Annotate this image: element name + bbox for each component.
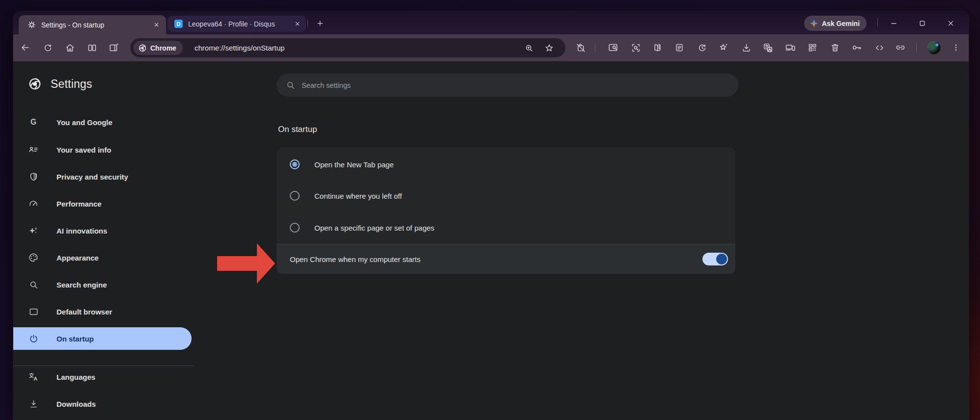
- password-key-icon[interactable]: [851, 42, 863, 53]
- extension-off-icon[interactable]: [575, 42, 587, 53]
- toggle-switch-on[interactable]: [702, 253, 728, 265]
- tab-search-icon[interactable]: [607, 42, 619, 53]
- browser-window-icon: [28, 306, 39, 317]
- sidebar-item-on-startup[interactable]: On startup: [13, 327, 192, 350]
- chip-label: Chrome: [150, 44, 176, 52]
- home-icon[interactable]: [64, 42, 76, 53]
- toolbar-separator: [916, 43, 917, 52]
- close-icon[interactable]: [944, 16, 957, 30]
- new-tab-button[interactable]: [313, 17, 326, 29]
- radio-option-specific-pages[interactable]: Open a specific page or set of pages: [277, 214, 735, 241]
- tab-disqus[interactable]: D Leopeva64 · Profile · Disqus: [168, 16, 306, 32]
- reload-icon[interactable]: [42, 42, 54, 53]
- sidebar-item-downloads[interactable]: Downloads: [13, 393, 192, 415]
- sidebar-item-performance[interactable]: Performance: [13, 192, 192, 215]
- code-brackets-icon[interactable]: [873, 42, 885, 53]
- chrome-logo-icon: [138, 44, 147, 52]
- split-view-icon[interactable]: [86, 42, 98, 53]
- search-icon: [286, 80, 295, 90]
- reading-list-icon[interactable]: [673, 42, 685, 53]
- speedometer-icon: [28, 198, 39, 209]
- radio-unselected-icon[interactable]: [290, 191, 300, 201]
- settings-page: Settings G You and Google Your saved inf…: [13, 61, 969, 420]
- ask-gemini-button[interactable]: Ask Gemini: [804, 16, 867, 31]
- sidebar-item-you-and-google[interactable]: G You and Google: [13, 111, 192, 133]
- controls-separator: [877, 18, 878, 26]
- bookmark-sparkle-icon[interactable]: [718, 42, 729, 53]
- history-clock-icon[interactable]: [696, 42, 708, 53]
- sidebar-item-privacy-and-security[interactable]: Privacy and security: [13, 165, 192, 188]
- download-tray-icon[interactable]: [740, 42, 752, 53]
- delete-trash-icon[interactable]: [829, 42, 841, 53]
- close-icon[interactable]: [292, 19, 302, 29]
- download-icon: [28, 398, 39, 409]
- minimize-icon[interactable]: [887, 16, 900, 30]
- ask-gemini-label: Ask Gemini: [822, 20, 860, 27]
- devices-icon[interactable]: [784, 42, 796, 53]
- url-text: chrome://settings/onStartup: [195, 38, 284, 57]
- magnifier-icon: [28, 279, 39, 290]
- sparkles-icon: [28, 225, 39, 236]
- qr-code-icon[interactable]: [807, 42, 818, 53]
- svg-text:G: G: [30, 118, 36, 126]
- shield-icon: [28, 171, 39, 182]
- lens-camera-icon[interactable]: [630, 42, 642, 53]
- chrome-logo-icon: [28, 77, 42, 91]
- sidebar-item-appearance[interactable]: Appearance: [13, 246, 192, 269]
- maximize-icon[interactable]: [915, 16, 929, 30]
- power-icon: [28, 333, 39, 344]
- three-dot-menu-icon[interactable]: [950, 42, 962, 53]
- translate-icon[interactable]: [762, 42, 774, 53]
- star-icon[interactable]: [543, 42, 555, 54]
- google-g-icon: G: [28, 117, 39, 128]
- tab-settings[interactable]: Settings - On startup: [19, 15, 166, 34]
- avatar[interactable]: [927, 41, 941, 54]
- tab-title: Leopeva64 · Profile · Disqus: [188, 20, 292, 28]
- search-input[interactable]: [302, 81, 714, 89]
- annotation-arrow-head: [257, 243, 275, 284]
- radio-selected-icon[interactable]: [290, 159, 300, 169]
- sidebar-item-default-browser[interactable]: Default browser: [13, 300, 192, 323]
- sidebar-item-ai-innovations[interactable]: AI innovations: [13, 219, 192, 242]
- tab-separator: [308, 19, 308, 26]
- browser-toolbar: Chrome chrome://settings/onStartup: [13, 34, 969, 61]
- sidebar-item-languages[interactable]: Languages: [13, 366, 192, 388]
- link-chain-icon[interactable]: [895, 42, 906, 53]
- sidebar-item-search-engine[interactable]: Search engine: [13, 273, 192, 296]
- chrome-chip[interactable]: Chrome: [134, 41, 183, 55]
- browser-window: Settings - On startup D Leopeva64 · Prof…: [13, 11, 969, 420]
- reader-book-icon[interactable]: [651, 42, 663, 53]
- settings-search-bar[interactable]: [277, 74, 738, 97]
- radio-unselected-icon[interactable]: [290, 223, 300, 233]
- annotation-arrow: [217, 256, 257, 271]
- address-bar[interactable]: Chrome chrome://settings/onStartup: [130, 38, 565, 57]
- back-arrow-icon[interactable]: [19, 42, 31, 53]
- palette-icon: [28, 252, 39, 263]
- section-title: On startup: [278, 125, 317, 134]
- toolbar-separator: [595, 43, 595, 52]
- zoom-in-icon[interactable]: [523, 42, 535, 54]
- sidebar-item-your-saved-info[interactable]: Your saved info: [13, 138, 192, 161]
- close-icon[interactable]: [151, 20, 161, 30]
- settings-header: Settings: [28, 77, 92, 91]
- person-card-icon: [28, 144, 39, 155]
- gemini-sparkle-icon: [810, 20, 818, 27]
- gear-icon: [28, 21, 36, 29]
- toggle-knob: [716, 254, 727, 264]
- on-startup-card: Open the New Tab page Continue where you…: [277, 147, 735, 274]
- tab-title: Settings - On startup: [41, 21, 151, 29]
- radio-option-new-tab-page[interactable]: Open the New Tab page: [277, 151, 735, 178]
- open-chrome-on-startup-row[interactable]: Open Chrome when my computer starts: [277, 244, 735, 274]
- disqus-icon: D: [174, 20, 183, 28]
- translate-a-icon: [28, 371, 39, 382]
- page-title: Settings: [51, 78, 92, 91]
- side-panel-sparkle-icon[interactable]: [108, 42, 120, 53]
- radio-option-continue[interactable]: Continue where you left off: [277, 182, 735, 210]
- tab-strip: Settings - On startup D Leopeva64 · Prof…: [13, 11, 969, 34]
